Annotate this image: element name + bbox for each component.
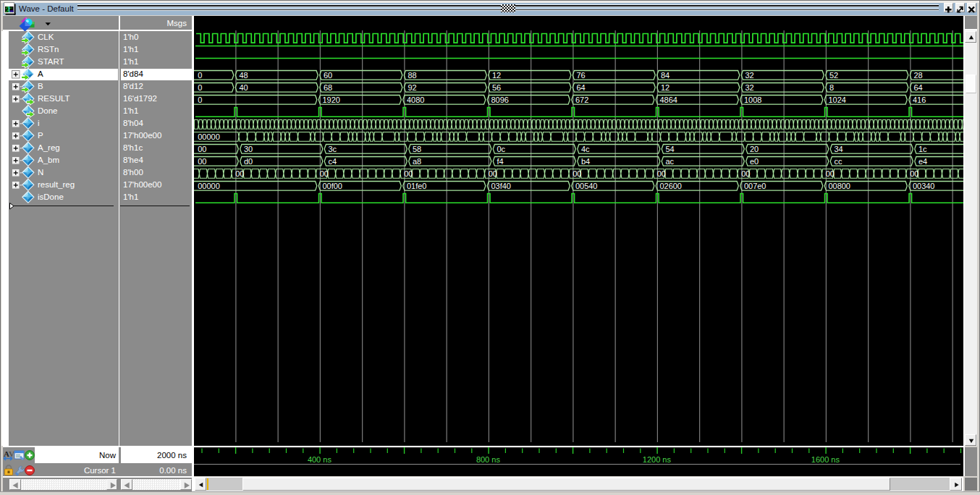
svg-text:416: 416 bbox=[913, 96, 926, 104]
svg-text:28: 28 bbox=[913, 71, 922, 80]
svg-text:00000: 00000 bbox=[198, 182, 220, 190]
svg-text:88: 88 bbox=[407, 71, 416, 80]
svg-text:e4: e4 bbox=[918, 157, 927, 166]
svg-text:1600 ns: 1600 ns bbox=[811, 455, 840, 464]
svg-text:56: 56 bbox=[492, 83, 501, 92]
svg-text:00: 00 bbox=[198, 145, 206, 153]
svg-text:68: 68 bbox=[324, 83, 332, 92]
svg-text:00f00: 00f00 bbox=[322, 182, 342, 190]
svg-text:52: 52 bbox=[829, 71, 838, 80]
svg-text:672: 672 bbox=[575, 96, 588, 104]
svg-text:0: 0 bbox=[198, 96, 202, 104]
svg-text:4864: 4864 bbox=[659, 96, 677, 104]
svg-text:e0: e0 bbox=[750, 157, 759, 166]
svg-text:84: 84 bbox=[661, 71, 669, 80]
svg-text:8: 8 bbox=[829, 83, 834, 92]
svg-text:12: 12 bbox=[492, 71, 501, 80]
svg-text:00: 00 bbox=[235, 169, 244, 178]
svg-text:58: 58 bbox=[413, 145, 421, 153]
svg-text:8096: 8096 bbox=[491, 96, 508, 104]
svg-text:00: 00 bbox=[489, 169, 497, 178]
svg-text:00: 00 bbox=[320, 169, 329, 178]
svg-text:54: 54 bbox=[665, 145, 674, 153]
svg-text:1200 ns: 1200 ns bbox=[643, 455, 672, 464]
svg-text:4080: 4080 bbox=[407, 96, 424, 104]
svg-text:V: V bbox=[9, 449, 14, 458]
svg-text:92: 92 bbox=[407, 83, 416, 92]
svg-text:0c: 0c bbox=[497, 145, 505, 153]
svg-text:cc: cc bbox=[834, 157, 842, 166]
svg-text:76: 76 bbox=[576, 71, 585, 80]
svg-text:32: 32 bbox=[745, 71, 753, 80]
svg-text:007e0: 007e0 bbox=[744, 182, 766, 190]
svg-text:00: 00 bbox=[741, 169, 750, 178]
svg-text:00540: 00540 bbox=[575, 182, 598, 190]
svg-text:00340: 00340 bbox=[913, 182, 935, 190]
svg-text:00: 00 bbox=[657, 169, 666, 178]
svg-text:48: 48 bbox=[239, 71, 248, 80]
svg-text:3c: 3c bbox=[328, 145, 337, 153]
svg-text:34: 34 bbox=[834, 145, 842, 153]
svg-text:12: 12 bbox=[661, 83, 669, 92]
svg-text:00: 00 bbox=[404, 169, 413, 178]
svg-text:00: 00 bbox=[826, 169, 835, 178]
svg-text:64: 64 bbox=[913, 83, 922, 92]
svg-text:800 ns: 800 ns bbox=[476, 455, 501, 464]
svg-text:1008: 1008 bbox=[744, 96, 761, 104]
svg-text:1c: 1c bbox=[918, 145, 927, 153]
svg-text:b4: b4 bbox=[581, 157, 590, 166]
svg-text:02600: 02600 bbox=[659, 182, 682, 190]
svg-text:a8: a8 bbox=[413, 157, 421, 166]
svg-text:0: 0 bbox=[198, 71, 202, 80]
svg-text:30: 30 bbox=[244, 145, 253, 153]
svg-text:32: 32 bbox=[745, 83, 753, 92]
svg-text:ac: ac bbox=[665, 157, 674, 166]
svg-text:4c: 4c bbox=[581, 145, 590, 153]
svg-text:40: 40 bbox=[239, 83, 248, 92]
svg-text:20: 20 bbox=[750, 145, 759, 153]
svg-text:0: 0 bbox=[198, 83, 202, 92]
svg-text:01fe0: 01fe0 bbox=[407, 182, 427, 190]
svg-text:00800: 00800 bbox=[828, 182, 850, 190]
svg-text:00000: 00000 bbox=[198, 132, 220, 141]
svg-text:03f40: 03f40 bbox=[491, 182, 511, 190]
svg-text:f4: f4 bbox=[497, 157, 503, 166]
svg-text:400 ns: 400 ns bbox=[308, 455, 332, 464]
svg-text:1024: 1024 bbox=[828, 96, 845, 104]
svg-text:00: 00 bbox=[198, 157, 206, 166]
svg-text:1920: 1920 bbox=[322, 96, 339, 104]
svg-text:d0: d0 bbox=[244, 157, 253, 166]
svg-text:64: 64 bbox=[576, 83, 585, 92]
svg-text:c4: c4 bbox=[328, 157, 337, 166]
svg-text:00: 00 bbox=[573, 169, 581, 178]
svg-text:00: 00 bbox=[910, 169, 918, 178]
svg-text:60: 60 bbox=[324, 71, 332, 80]
